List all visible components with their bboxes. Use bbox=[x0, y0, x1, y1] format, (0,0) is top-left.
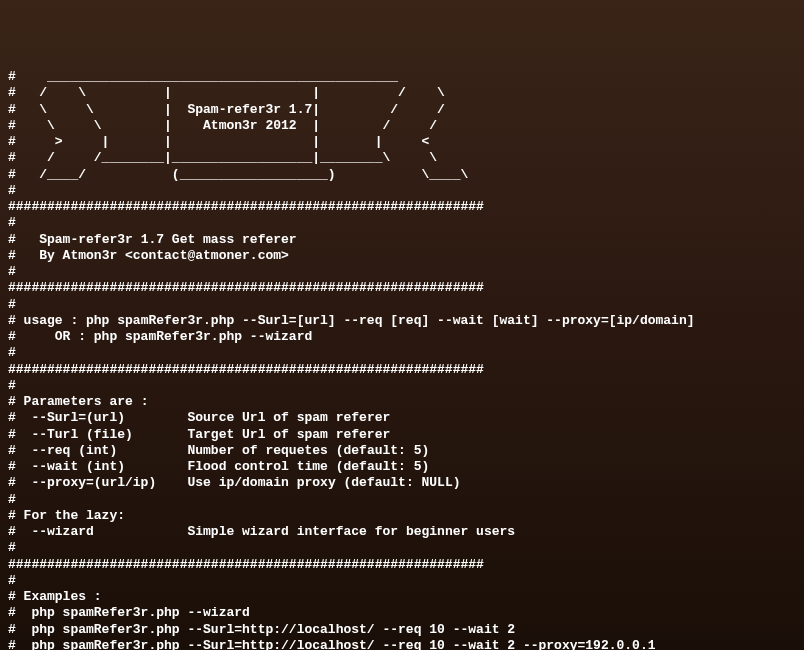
banner-line: | / / bbox=[312, 102, 445, 117]
lazy-title: For the lazy: bbox=[24, 508, 125, 523]
header-author: By Atmon3r <contact@atmoner.com> bbox=[39, 248, 289, 263]
header-title: Spam-refer3r 1.7 Get mass referer bbox=[39, 232, 296, 247]
parameters-title: Parameters are : bbox=[24, 394, 149, 409]
param-flag: --req (int) bbox=[31, 443, 117, 458]
hash-line: # bbox=[8, 248, 39, 263]
param-desc: Source Url of spam referer bbox=[187, 410, 390, 425]
hash-line: # bbox=[8, 443, 31, 458]
banner-line: | / / bbox=[297, 118, 437, 133]
hash-line: # bbox=[8, 638, 31, 650]
hash-line: # bbox=[8, 378, 16, 393]
hash-line: # bbox=[8, 475, 31, 490]
param-flag: --Turl (file) bbox=[31, 427, 132, 442]
hash-line: # bbox=[8, 313, 24, 328]
hash-line: # bbox=[8, 427, 31, 442]
banner-line: # \ \ | bbox=[8, 102, 187, 117]
banner-line: # ______________________________________… bbox=[8, 69, 398, 84]
example-line: php spamRefer3r.php --Surl=http://localh… bbox=[31, 638, 655, 650]
example-line: php spamRefer3r.php --Surl=http://localh… bbox=[31, 622, 515, 637]
separator-line: ########################################… bbox=[8, 199, 484, 214]
param-spacer bbox=[125, 459, 187, 474]
hash-line: # bbox=[8, 540, 16, 555]
param-flag: --proxy=(url/ip) bbox=[31, 475, 156, 490]
param-flag: --wizard bbox=[31, 524, 93, 539]
separator-line: ########################################… bbox=[8, 557, 484, 572]
param-desc: Simple wizard interface for beginner use… bbox=[187, 524, 515, 539]
usage-line-2: OR : php spamRefer3r.php --wizard bbox=[31, 329, 312, 344]
hash-line: # bbox=[8, 492, 16, 507]
hash-line: # bbox=[8, 297, 16, 312]
banner-line: # / \ | | / \ bbox=[8, 85, 445, 100]
banner-line: # > | | | | < bbox=[8, 134, 429, 149]
banner-title: Spam-refer3r 1.7 bbox=[187, 102, 312, 117]
hash-line: # bbox=[8, 589, 24, 604]
param-flag: --Surl=(url) bbox=[31, 410, 125, 425]
param-desc: Flood control time (default: 5) bbox=[187, 459, 429, 474]
separator-line: ########################################… bbox=[8, 362, 484, 377]
hash-line: # bbox=[8, 345, 16, 360]
param-desc: Number of requetes (default: 5) bbox=[187, 443, 429, 458]
separator-line: ########################################… bbox=[8, 280, 484, 295]
param-spacer bbox=[117, 443, 187, 458]
hash-line: # bbox=[8, 622, 31, 637]
hash-line: # bbox=[8, 232, 39, 247]
hash-line: # bbox=[8, 459, 31, 474]
hash-line: # bbox=[8, 573, 16, 588]
param-spacer bbox=[125, 410, 187, 425]
example-line: php spamRefer3r.php --wizard bbox=[31, 605, 249, 620]
hash-line: # bbox=[8, 264, 16, 279]
banner-author: Atmon3r 2012 bbox=[203, 118, 297, 133]
param-desc: Target Url of spam referer bbox=[187, 427, 390, 442]
terminal-output: # ______________________________________… bbox=[8, 69, 796, 650]
banner-line: # / /________|__________________|_______… bbox=[8, 150, 437, 165]
hash-line: # bbox=[8, 524, 31, 539]
param-spacer bbox=[94, 524, 188, 539]
usage-line-1: usage : php spamRefer3r.php --Surl=[url]… bbox=[24, 313, 695, 328]
param-spacer bbox=[133, 427, 188, 442]
banner-line: # \ \ | bbox=[8, 118, 203, 133]
param-flag: --wait (int) bbox=[31, 459, 125, 474]
banner-line: # /____/ (___________________) \____\ bbox=[8, 167, 468, 182]
examples-title: Examples : bbox=[24, 589, 102, 604]
hash-line: # bbox=[8, 605, 31, 620]
hash-line: # bbox=[8, 183, 16, 198]
hash-line: # bbox=[8, 394, 24, 409]
param-desc: Use ip/domain proxy (default: NULL) bbox=[187, 475, 460, 490]
param-spacer bbox=[156, 475, 187, 490]
hash-line: # bbox=[8, 508, 24, 523]
hash-line: # bbox=[8, 410, 31, 425]
hash-line: # bbox=[8, 329, 31, 344]
hash-line: # bbox=[8, 215, 16, 230]
